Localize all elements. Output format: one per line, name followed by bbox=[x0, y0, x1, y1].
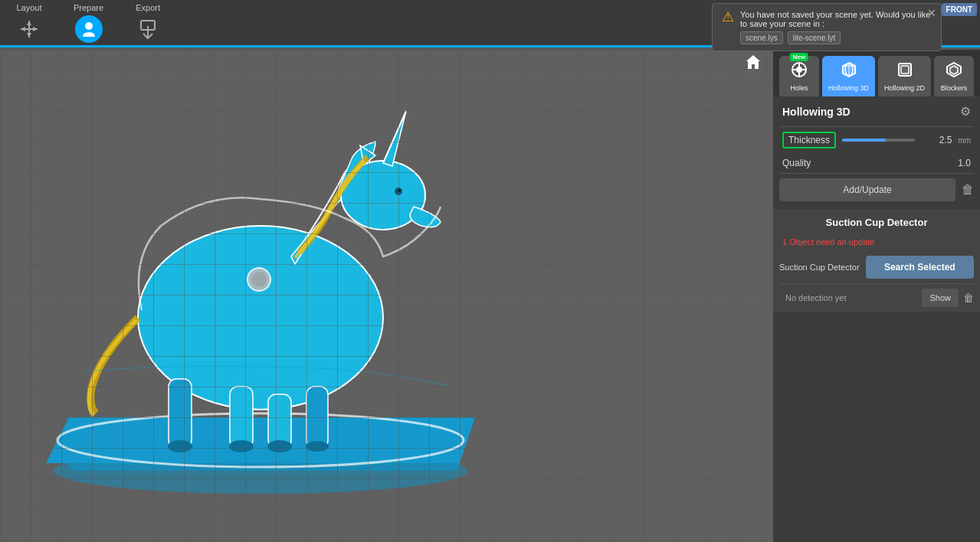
layout-label: Layout bbox=[16, 3, 41, 12]
holes-tab-label: Holes bbox=[790, 84, 808, 92]
tab-blockers[interactable]: Blockers bbox=[934, 56, 974, 96]
suction-label: Suction Cup Detector bbox=[779, 263, 860, 272]
toolbar-layout[interactable]: Layout bbox=[15, 3, 43, 43]
new-badge: New bbox=[790, 53, 808, 61]
thickness-value: 2.5 bbox=[921, 135, 952, 145]
tab-holes[interactable]: New Holes bbox=[779, 56, 819, 96]
hollowing3d-icon bbox=[840, 60, 858, 83]
hollowing2d-icon bbox=[896, 60, 914, 83]
quality-label: Quality bbox=[782, 158, 836, 168]
no-detection-row: No detection yet Show 🗑 bbox=[773, 284, 980, 312]
unicorn-model bbox=[23, 65, 544, 517]
holes-icon bbox=[790, 60, 808, 83]
suction-header: Suction Cup Detector bbox=[773, 209, 980, 236]
notif-link-lys[interactable]: scene.lys bbox=[740, 31, 783, 44]
thickness-label: Thickness bbox=[782, 132, 836, 149]
prepare-icon[interactable] bbox=[75, 15, 103, 43]
svg-marker-2 bbox=[27, 21, 31, 25]
hollowing3d-tab-label: Hollowing 3D bbox=[828, 84, 869, 92]
svg-point-25 bbox=[306, 441, 329, 452]
add-update-row: Add/Update 🗑 bbox=[773, 174, 980, 206]
blockers-icon bbox=[945, 60, 963, 83]
panel-header: Hollowing 3D ⚙ bbox=[773, 96, 980, 126]
no-detection-text: No detection yet bbox=[779, 289, 917, 307]
delete-icon[interactable]: 🗑 bbox=[962, 183, 974, 197]
panel-tabs: New Holes bbox=[773, 50, 980, 96]
warning-icon: ⚠ bbox=[722, 8, 734, 25]
svg-point-23 bbox=[267, 440, 292, 452]
quality-row: Quality 1.0 bbox=[773, 153, 980, 173]
svg-rect-18 bbox=[230, 387, 253, 448]
notif-link-lyt[interactable]: lite-scene.lyt bbox=[788, 31, 841, 44]
toolbar-prepare[interactable]: Prepare bbox=[74, 3, 103, 43]
right-panel: New Holes bbox=[773, 50, 980, 542]
warning-text: 1 Object need an update bbox=[773, 236, 980, 251]
svg-point-17 bbox=[398, 189, 401, 192]
svg-rect-20 bbox=[169, 379, 192, 448]
hollowing2d-tab-label: Hollowing 2D bbox=[884, 84, 925, 92]
svg-rect-19 bbox=[268, 394, 291, 448]
tab-hollowing2d[interactable]: Hollowing 2D bbox=[878, 56, 931, 96]
prepare-label: Prepare bbox=[74, 3, 103, 12]
svg-marker-11 bbox=[46, 417, 475, 463]
viewport[interactable] bbox=[0, 50, 773, 542]
svg-marker-5 bbox=[33, 27, 38, 31]
search-selected-button[interactable]: Search Selected bbox=[866, 256, 974, 279]
notification-banner: ⚠ You have not saved your scene yet. Wou… bbox=[712, 3, 942, 51]
thickness-slider-fill bbox=[842, 139, 886, 142]
close-notification-icon[interactable]: ✕ bbox=[927, 7, 936, 19]
svg-marker-4 bbox=[21, 27, 25, 31]
home-icon[interactable] bbox=[745, 54, 762, 74]
panel-content: Hollowing 3D ⚙ Thickness 2.5 mm Quality … bbox=[773, 96, 980, 542]
layout-icon[interactable] bbox=[15, 15, 43, 43]
panel-title: Hollowing 3D bbox=[782, 106, 851, 118]
export-label: Export bbox=[136, 3, 160, 12]
svg-rect-21 bbox=[306, 387, 328, 448]
add-update-button[interactable]: Add/Update bbox=[779, 178, 955, 201]
svg-point-22 bbox=[229, 440, 254, 452]
suction-row: Suction Cup Detector Search Selected bbox=[773, 251, 980, 283]
svg-point-29 bbox=[796, 67, 802, 73]
notification-message: You have not saved your scene yet. Would… bbox=[740, 10, 930, 28]
svg-marker-3 bbox=[27, 33, 31, 38]
blockers-tab-label: Blockers bbox=[941, 84, 968, 92]
show-button[interactable]: Show bbox=[922, 289, 959, 307]
gear-icon[interactable]: ⚙ bbox=[960, 104, 971, 119]
trash-icon-small[interactable]: 🗑 bbox=[963, 292, 974, 304]
front-badge: FRONT bbox=[942, 3, 977, 16]
export-icon[interactable] bbox=[134, 15, 162, 43]
thickness-slider[interactable] bbox=[842, 139, 915, 142]
tab-hollowing3d[interactable]: Hollowing 3D bbox=[822, 56, 875, 96]
svg-point-27 bbox=[251, 272, 267, 287]
toolbar-export[interactable]: Export bbox=[134, 3, 162, 43]
thickness-row: Thickness 2.5 mm bbox=[773, 127, 980, 153]
suction-cup-section: Suction Cup Detector 1 Object need an up… bbox=[773, 209, 980, 312]
thickness-unit: mm bbox=[958, 136, 971, 145]
quality-value: 1.0 bbox=[940, 158, 971, 168]
svg-point-6 bbox=[85, 22, 93, 30]
svg-point-24 bbox=[168, 440, 192, 452]
